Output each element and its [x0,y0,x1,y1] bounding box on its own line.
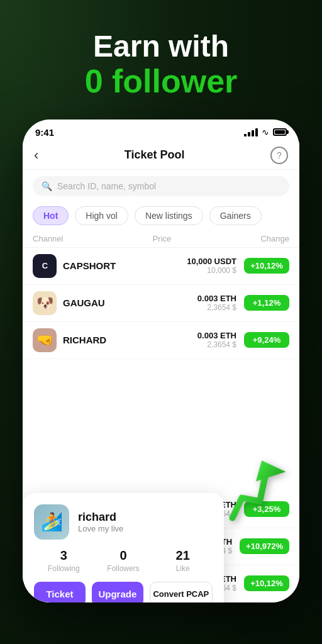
following-count: 3 [34,548,94,563]
stat-followers: 0 Followers [94,548,153,573]
channel-name: CAPSHORT [63,260,187,271]
convert-button[interactable]: Convert PCAP [150,582,213,602]
like-label: Like [153,564,213,573]
avatar: 🤜 [33,328,57,352]
table-header: Channel Price Change [23,231,299,248]
change-badge: +10,12% [244,575,289,591]
like-count: 21 [153,548,213,563]
price-usd: 2,3654 $ [197,340,236,349]
change-badge: +10,12% [244,258,289,274]
popup-stats: 3 Following 0 Followers 21 Like [34,548,213,573]
popup-actions: Ticket Upgrade Convert PCAP [34,582,213,602]
avatar: 🐶 [33,291,57,315]
table-body: C CAPSHORT 10,000 USDT 10,000 $ +10,12% … [23,248,299,602]
price-value: 10,000 USDT [187,257,236,266]
phone-mockup: 9:41 ∿ ‹ Ticket Pool ? [0,119,322,602]
tab-hot[interactable]: Hot [33,206,69,225]
popup-username: richard [78,511,123,524]
tab-newlistings[interactable]: New listings [135,206,203,225]
channel-name: RICHARD [63,335,197,345]
price-usd: 2,3654 $ [197,303,236,312]
wifi-icon: ∿ [262,127,269,137]
upgrade-button[interactable]: Upgrade [92,582,143,602]
change-badge: +1,12% [244,295,289,311]
signal-icon [244,128,258,136]
search-input[interactable]: 🔍 Search ID, name, symbol [33,176,289,196]
table-row[interactable]: C CAPSHORT 10,000 USDT 10,000 $ +10,12% [23,248,299,285]
price-usd: 10,000 $ [187,266,236,275]
price-value: 0.003 ETH [197,294,236,303]
following-label: Following [34,564,94,573]
hero-section: Earn with 0 follower [0,0,322,119]
followers-count: 0 [94,548,153,563]
stat-following: 3 Following [34,548,94,573]
phone-screen: 9:41 ∿ ‹ Ticket Pool ? [23,119,299,602]
popup-bio: Love my live [78,524,123,533]
col-channel: Channel [33,234,63,243]
filter-tabs: Hot High vol New listings Gainers [23,203,299,231]
status-time: 9:41 [35,127,54,138]
back-button[interactable]: ‹ [34,147,38,164]
table-row[interactable]: 🤜 RICHARD 0.003 ETH 2,3654 $ +9,24% [23,322,299,359]
status-icons: ∿ [244,127,287,137]
price-wrap: 10,000 USDT 10,000 $ [187,257,236,275]
hero-subtitle: 0 follower [13,64,309,99]
search-placeholder: Search ID, name, symbol [57,181,156,191]
popup-avatar: 🏄 [34,504,69,540]
app-header: ‹ Ticket Pool ? [23,140,299,170]
search-icon: 🔍 [42,181,52,191]
user-popup-card: 🏄 richard Love my live 3 Following 0 Fol… [23,493,224,602]
price-wrap: 0.003 ETH 2,3654 $ [197,294,236,312]
col-change: Change [260,234,289,243]
help-button[interactable]: ? [270,147,288,164]
tab-highvol[interactable]: High vol [75,206,128,225]
stat-like: 21 Like [153,548,213,573]
page-title: Ticket Pool [125,148,185,162]
followers-label: Followers [94,564,153,573]
status-bar: 9:41 ∿ [23,119,299,140]
table-row[interactable]: 🐶 GAUGAU 0.003 ETH 2,3654 $ +1,12% [23,285,299,322]
popup-user-info: 🏄 richard Love my live [34,504,213,540]
col-price: Price [153,234,172,243]
search-section: 🔍 Search ID, name, symbol [23,170,299,203]
avatar: C [33,254,57,278]
price-wrap: 0.003 ETH 2,3654 $ [197,331,236,349]
tab-gainers[interactable]: Gainers [209,206,262,225]
popup-text: richard Love my live [78,511,123,533]
hero-title: Earn with [13,30,309,64]
change-badge: +9,24% [244,332,289,348]
channel-name: GAUGAU [63,297,197,308]
price-value: 0.003 ETH [197,331,236,340]
battery-icon [273,128,287,136]
ticket-button[interactable]: Ticket [34,582,86,602]
